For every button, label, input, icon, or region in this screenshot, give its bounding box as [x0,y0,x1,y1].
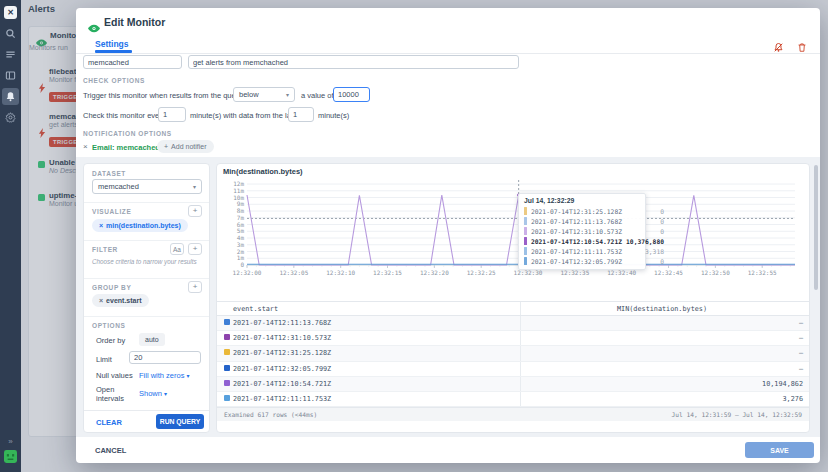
event-start-cell: 2021-07-14T12:31:10.573Z [233,334,520,342]
remove-icon[interactable]: × [99,297,103,304]
column-event-start[interactable]: event.start [233,305,520,313]
sidebar-item-menu[interactable] [2,46,19,63]
dataset-value: memcached [98,182,139,191]
svg-text:11m: 11m [233,187,244,194]
check-options-heading: CHECK OPTIONS [83,77,145,84]
add-notifier-label: Add notifier [171,143,206,150]
min-bytes-cell: 10,194,862 [520,377,809,391]
save-button[interactable]: SAVE [745,442,814,458]
open-intervals-label: Open intervals [96,385,134,403]
svg-text:6m: 6m [237,221,245,228]
line-chart[interactable]: 01m2m3m4m5m6m7m8m9m10m11m12m12:32:0012:3… [219,177,805,277]
modal-scrollbar[interactable] [814,165,818,290]
chart-canvas[interactable]: 01m2m3m4m5m6m7m8m9m10m11m12m12:32:0012:3… [219,177,805,277]
add-visualize-button[interactable]: + [188,205,202,217]
svg-text:12:32:35: 12:32:35 [560,269,589,276]
modal-title: Edit Monitor [104,16,165,28]
visualize-pill[interactable]: × min(destination.bytes) [92,219,188,232]
min-bytes-cell: – [520,346,809,360]
svg-text:0: 0 [240,261,244,268]
add-filter-button[interactable]: + [188,243,202,255]
svg-text:7m: 7m [237,214,245,221]
table-row[interactable]: 2021-07-14T12:10:54.721Z10,194,862 [217,377,809,392]
add-group-by-button[interactable]: + [188,281,202,293]
table-row[interactable]: 2021-07-14T12:11:13.768Z– [217,316,809,331]
svg-text:1m: 1m [237,254,245,261]
svg-text:12:32:15: 12:32:15 [373,269,402,276]
chevron-down-icon: ▾ [286,91,289,98]
svg-text:12:32:20: 12:32:20 [420,269,449,276]
window-unit-text: minute(s) [318,111,349,120]
table-header: event.start MIN(destination.bytes) [217,301,809,316]
table-row[interactable]: 2021-07-14T12:32:05.799Z– [217,362,809,377]
order-by-label: Order by [96,336,125,345]
notifier-label[interactable]: Email: memcached [92,143,160,152]
dataset-select[interactable]: memcached ▾ [92,179,202,194]
svg-text:12:32:55: 12:32:55 [748,269,777,276]
svg-text:12:32:00: 12:32:00 [233,269,262,276]
svg-text:2m: 2m [237,248,245,255]
condition-select[interactable]: below ▾ [233,87,295,102]
event-start-cell: 2021-07-14T12:11:11.753Z [233,395,520,403]
dataset-heading: DATASET [92,170,126,177]
window-input[interactable] [288,107,314,122]
tab-settings[interactable]: Settings [95,39,129,49]
sidebar-item-search[interactable] [2,25,19,42]
group-by-field-label: event.start [106,297,141,304]
sidebar-item-settings[interactable] [2,109,19,126]
frequency-input[interactable] [158,107,186,122]
table-row[interactable]: 2021-07-14T12:31:10.573Z– [217,331,809,346]
run-query-button[interactable]: RUN QUERY [156,414,204,429]
delete-monitor-icon[interactable] [797,39,807,57]
sidebar-item-board[interactable] [2,67,19,84]
edit-monitor-modal: Edit Monitor Settings CHECK OPTIONS Trig… [76,8,820,463]
user-avatar[interactable] [4,449,17,467]
series-color-swatch [224,380,230,386]
series-color-swatch [224,334,230,340]
visualize-field-label: min(destination.bytes) [106,222,181,229]
null-values-label: Null values [96,371,133,380]
value-connector-text: a value of [301,91,334,100]
results-table: event.start MIN(destination.bytes) 2021-… [217,301,809,421]
order-by-button[interactable]: auto [139,333,165,346]
monitor-name-input[interactable] [83,55,182,69]
remove-notifier-icon[interactable]: × [83,142,88,151]
monitor-description-input[interactable] [188,55,519,69]
table-row[interactable]: 2021-07-14T12:11:11.753Z3,276 [217,392,809,407]
open-intervals-dropdown[interactable]: Shown ▾ [139,389,167,398]
filter-case-button[interactable]: Aa [170,243,184,255]
series-color-swatch [224,395,230,401]
min-bytes-cell: 3,276 [520,392,809,406]
time-range-text: Jul 14, 12:31:59 — Jul 14, 12:32:59 [672,411,802,418]
null-values-dropdown[interactable]: Fill with zeros ▾ [139,371,190,380]
min-bytes-cell: – [520,316,809,330]
svg-text:10m: 10m [233,194,244,201]
table-row[interactable]: 2021-07-14T12:31:25.128Z– [217,346,809,361]
clear-button[interactable]: CLEAR [96,418,122,427]
app-logo[interactable]: ✕ [2,4,19,21]
sidebar: ✕ » [0,0,21,472]
window-text: minute(s) with data from the last [190,111,297,120]
add-icon: + [164,143,168,150]
svg-text:12:32:10: 12:32:10 [326,269,355,276]
mute-monitor-icon[interactable] [773,39,784,57]
cancel-button[interactable]: CANCEL [95,446,126,455]
limit-input[interactable] [129,351,201,364]
chevron-down-icon: ▾ [193,183,196,190]
sidebar-item-alerts[interactable] [2,88,19,105]
group-by-pill[interactable]: × event.start [92,294,149,307]
notification-options-heading: NOTIFICATION OPTIONS [83,130,172,137]
remove-icon[interactable]: × [99,222,103,229]
sidebar-collapse-button[interactable]: » [0,437,21,446]
threshold-input[interactable] [333,87,370,102]
visualize-heading: VISUALIZE [92,208,131,215]
add-notifier-button[interactable]: + Add notifier [157,140,214,153]
series-color-swatch [224,365,230,371]
min-bytes-cell: – [520,362,809,376]
column-min-destination-bytes[interactable]: MIN(destination.bytes) [520,302,809,315]
options-heading: OPTIONS [92,322,125,329]
search-icon [5,28,16,39]
logo-icon: ✕ [4,6,17,19]
open-intervals-value: Shown [139,389,162,398]
svg-text:12:32:45: 12:32:45 [654,269,683,276]
